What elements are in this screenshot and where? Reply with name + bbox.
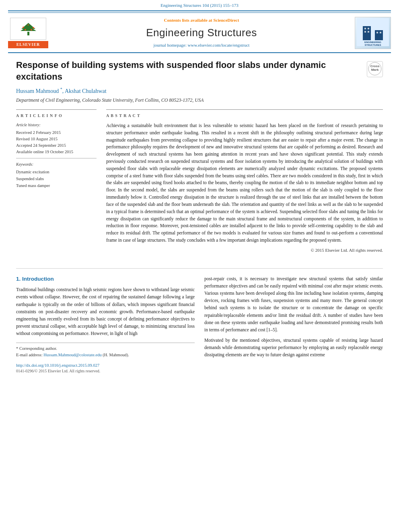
body-content: 1. Introduction Traditional buildings co… — [0, 275, 399, 374]
abstract-section: A B S T R A C T Achieving a sustainable … — [106, 109, 383, 253]
authors-line: Hussam Mahmoud *, Akshat Chulahwat — [16, 86, 383, 95]
footnote-email[interactable]: Hussam.Mahmoud@colostate.edu — [43, 353, 101, 357]
top-journal-bar: Engineering Structures 104 (2015) 155–17… — [0, 0, 399, 10]
keyword-3: Tuned mass damper — [16, 183, 97, 189]
intro-para-right-2: Motivated by the mentioned objectives, s… — [204, 337, 383, 358]
intro-paragraph-left: Traditional buildings constructed in hig… — [16, 286, 195, 337]
issn-line: 0141-0296/© 2015 Elsevier Ltd. All right… — [16, 368, 195, 374]
svg-point-3 — [23, 27, 24, 28]
paper-content: Response of building systems with suspen… — [0, 53, 399, 262]
doi-section: http://dx.doi.org/10.1016/j.engstruct.20… — [16, 362, 195, 374]
body-left-column: 1. Introduction Traditional buildings co… — [16, 275, 195, 374]
intro-para-1: Traditional buildings constructed in hig… — [16, 286, 195, 337]
engstruct-logo-text: ENGINEERING STRUCTURES — [357, 18, 389, 47]
keyword-2: Suspended slabs — [16, 176, 97, 183]
info-divider — [16, 158, 97, 158]
journal-homepage: journal homepage: www.elsevier.com/locat… — [56, 42, 347, 49]
svg-rect-15 — [376, 32, 378, 33]
main-divider — [16, 268, 383, 269]
intro-para-right-1: post-repair costs, it is necessary to in… — [204, 275, 383, 333]
footnote-email-label: E-mail address: — [16, 353, 43, 357]
science-direct-brand[interactable]: ScienceDirect — [213, 18, 239, 23]
abstract-title: A B S T R A C T — [106, 113, 383, 119]
accepted-date: Accepted 24 September 2015 — [16, 142, 97, 149]
svg-text:STRUCTURES: STRUCTURES — [364, 44, 381, 46]
svg-rect-14 — [368, 31, 369, 33]
body-right-column: post-repair costs, it is necessary to in… — [204, 275, 383, 374]
crossmark-icon[interactable]: Cross Mark — [367, 61, 383, 77]
svg-text:Mark: Mark — [371, 68, 379, 72]
affiliation: Department of Civil Engineering, Colorad… — [16, 97, 383, 104]
article-info-column: A R T I C L E I N F O Article history: R… — [16, 109, 97, 253]
svg-point-5 — [27, 24, 29, 25]
section-1-heading: 1. Introduction — [16, 275, 195, 283]
footnote-section: * Corresponding author. E-mail address: … — [16, 343, 195, 358]
doi-url[interactable]: http://dx.doi.org/10.1016/j.engstruct.20… — [16, 362, 195, 368]
article-history-title: Article history: — [16, 122, 97, 128]
svg-rect-10 — [375, 30, 383, 40]
svg-rect-12 — [368, 28, 369, 29]
keywords-section: Keywords: Dynamic excitation Suspended s… — [16, 162, 97, 189]
keywords-title: Keywords: — [16, 162, 97, 168]
homepage-link[interactable]: www.elsevier.com/locate/engstruct — [188, 43, 250, 47]
elsevier-tree-svg — [17, 22, 39, 36]
elsevier-logo-image — [10, 18, 46, 40]
svg-text:ENGINEERING: ENGINEERING — [364, 41, 381, 43]
journal-title-main: Engineering Structures — [56, 25, 347, 41]
svg-point-6 — [25, 29, 26, 31]
journal-center: Contents lists available at ScienceDirec… — [48, 17, 355, 49]
engstruct-logo: ENGINEERING STRUCTURES — [355, 17, 391, 49]
svg-rect-13 — [364, 31, 366, 33]
available-date: Available online 19 October 2015 — [16, 149, 97, 155]
journal-ref-text: Engineering Structures 104 (2015) 155–17… — [160, 3, 239, 8]
svg-point-7 — [31, 29, 32, 31]
svg-rect-0 — [27, 32, 29, 35]
paper-title: Response of building systems with suspen… — [16, 60, 359, 82]
svg-rect-16 — [380, 32, 381, 33]
svg-rect-9 — [363, 26, 371, 40]
svg-rect-11 — [364, 28, 366, 29]
svg-text:Cross: Cross — [370, 64, 380, 68]
abstract-text: Achieving a sustainable built environmen… — [106, 122, 383, 244]
crossmark-inner: Cross Mark — [368, 62, 382, 77]
copyright-line: © 2015 Elsevier Ltd. All rights reserved… — [106, 247, 383, 254]
two-column-section: A R T I C L E I N F O Article history: R… — [16, 109, 383, 253]
keyword-1: Dynamic excitation — [16, 169, 97, 176]
received-date: Received 2 February 2015 — [16, 129, 97, 136]
author-akshat: Akshat Chulahwat — [65, 88, 107, 94]
author-hussam: Hussam Mahmoud * — [16, 88, 62, 94]
science-direct-link: Contents lists available at ScienceDirec… — [56, 17, 347, 24]
article-info-title: A R T I C L E I N F O — [16, 113, 97, 119]
header-divider-top — [8, 10, 391, 11]
footnote-email-suffix: (H. Mahmoud). — [103, 353, 129, 357]
svg-point-4 — [33, 27, 34, 29]
elsevier-label: ELSEVIER — [8, 41, 48, 49]
revised-date: Revised 10 August 2015 — [16, 136, 97, 142]
intro-paragraph-right: post-repair costs, it is necessary to in… — [204, 275, 383, 359]
elsevier-logo: ELSEVIER — [8, 18, 48, 49]
journal-header: ELSEVIER Contents lists available at Sci… — [0, 13, 399, 52]
footnote-star: * Corresponding author. — [16, 345, 195, 352]
title-crossmark-area: Response of building systems with suspen… — [16, 60, 383, 82]
footnote-email-line: E-mail address: Hussam.Mahmoud@colostate… — [16, 352, 195, 358]
